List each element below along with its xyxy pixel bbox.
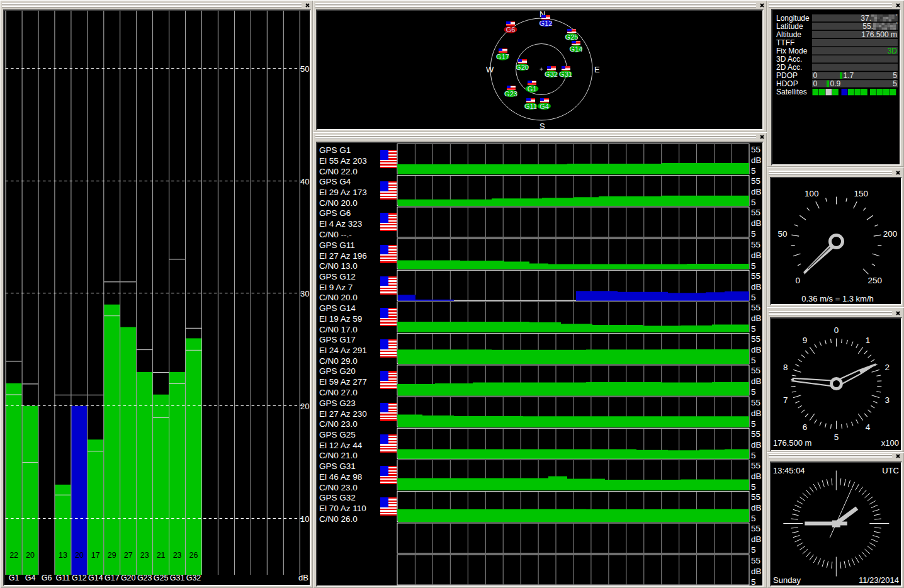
svg-text:150: 150	[854, 189, 869, 198]
svg-text:26: 26	[189, 551, 198, 560]
svg-text:El 19 Az 59: El 19 Az 59	[319, 314, 362, 324]
svg-text:100: 100	[805, 189, 819, 198]
svg-text:G20: G20	[121, 574, 136, 582]
svg-text:11/23/2014: 11/23/2014	[859, 575, 899, 585]
svg-text:G17: G17	[496, 53, 509, 60]
svg-text:40: 40	[300, 177, 309, 186]
svg-text:5: 5	[893, 79, 897, 88]
svg-text:PDOP: PDOP	[776, 71, 798, 80]
svg-text:G4: G4	[540, 103, 549, 110]
svg-text:22: 22	[9, 551, 18, 560]
svg-text:El 24 Az 291: El 24 Az 291	[319, 346, 367, 355]
svg-text:G11: G11	[56, 574, 71, 582]
svg-text:C/N0 20.0: C/N0 20.0	[319, 198, 358, 208]
svg-text:dB: dB	[751, 282, 762, 291]
svg-text:8: 8	[783, 363, 788, 372]
svg-text:dB: dB	[751, 218, 762, 228]
svg-text:S: S	[540, 122, 545, 129]
svg-text:20: 20	[26, 551, 35, 560]
svg-text:Longitude: Longitude	[776, 14, 810, 23]
svg-text:55: 55	[751, 145, 760, 154]
svg-text:dB: dB	[751, 567, 762, 576]
svg-text:C/N0 29.0: C/N0 29.0	[319, 356, 358, 366]
svg-text:C/N0 23.0: C/N0 23.0	[319, 483, 358, 492]
svg-text:dB: dB	[751, 251, 762, 260]
svg-text:C/N0 27.0: C/N0 27.0	[319, 388, 358, 397]
svg-text:55: 55	[751, 366, 760, 375]
svg-text:G11: G11	[524, 103, 537, 110]
svg-text:55: 55	[751, 398, 760, 407]
svg-text:C/N0 22.0: C/N0 22.0	[319, 167, 358, 176]
svg-text:6: 6	[803, 422, 808, 432]
svg-text:G31: G31	[559, 71, 572, 78]
svg-text:dB: dB	[751, 534, 762, 544]
svg-text:1: 1	[866, 336, 871, 345]
svg-text:55: 55	[751, 240, 760, 249]
svg-text:55.: 55.	[862, 22, 873, 31]
svg-text:El 9 Az 7: El 9 Az 7	[319, 283, 353, 292]
svg-text:dB: dB	[751, 503, 762, 512]
svg-text:0: 0	[813, 71, 818, 80]
svg-text:55: 55	[751, 556, 760, 565]
svg-text:5: 5	[751, 356, 756, 365]
svg-text:0: 0	[834, 325, 839, 335]
svg-text:Latitude: Latitude	[776, 22, 803, 31]
svg-text:2D Acc.: 2D Acc.	[776, 63, 802, 72]
svg-text:3D: 3D	[888, 47, 898, 55]
svg-text:El 46 Az 98: El 46 Az 98	[319, 472, 362, 482]
svg-text:GPS G17: GPS G17	[319, 335, 356, 344]
svg-text:5: 5	[751, 482, 756, 492]
svg-text:5: 5	[834, 433, 839, 442]
svg-text:G4: G4	[25, 574, 36, 582]
svg-text:HDOP: HDOP	[776, 79, 798, 88]
svg-text:Altitude: Altitude	[776, 30, 801, 39]
svg-text:GPS G31: GPS G31	[319, 461, 356, 471]
svg-text:C/N0 13.0: C/N0 13.0	[319, 261, 358, 271]
svg-text:Sunday: Sunday	[773, 575, 801, 585]
svg-text:C/N0 23.0: C/N0 23.0	[319, 419, 358, 429]
svg-text:5: 5	[751, 293, 756, 302]
svg-text:G12: G12	[72, 574, 87, 582]
svg-text:x100: x100	[881, 438, 899, 448]
svg-text:GPS G12: GPS G12	[319, 272, 356, 281]
svg-text:0: 0	[813, 79, 818, 88]
svg-text:50: 50	[778, 229, 788, 239]
svg-text:21: 21	[157, 551, 166, 560]
svg-text:55: 55	[751, 208, 760, 217]
svg-text:dB: dB	[751, 440, 762, 449]
svg-text:G14: G14	[88, 574, 103, 582]
svg-text:Fix Mode: Fix Mode	[776, 47, 808, 55]
svg-text:G25: G25	[154, 574, 169, 582]
svg-text:55: 55	[751, 334, 760, 344]
svg-text:1.7: 1.7	[844, 71, 854, 80]
svg-text:29: 29	[108, 551, 116, 560]
svg-text:G1: G1	[9, 574, 20, 582]
svg-text:55: 55	[751, 524, 760, 533]
svg-text:El 27 Az 196: El 27 Az 196	[319, 251, 367, 261]
svg-text:5: 5	[751, 198, 756, 207]
svg-text:E: E	[594, 65, 600, 74]
svg-text:G6: G6	[506, 26, 516, 33]
svg-text:23: 23	[140, 551, 149, 560]
svg-text:5: 5	[751, 514, 756, 523]
svg-text:dB: dB	[751, 345, 762, 354]
svg-text:0: 0	[796, 276, 801, 285]
svg-text:23: 23	[173, 551, 182, 560]
svg-text:dB: dB	[751, 409, 762, 418]
svg-text:El 55 Az 203: El 55 Az 203	[319, 156, 367, 166]
svg-text:176.500 m: 176.500 m	[861, 30, 897, 39]
svg-text:G17: G17	[105, 574, 120, 582]
svg-text:°: °	[896, 21, 898, 27]
svg-text:El 29 Az 173: El 29 Az 173	[319, 188, 367, 197]
svg-text:G6: G6	[42, 574, 52, 582]
svg-text:10: 10	[300, 514, 309, 524]
svg-text:0.36 m/s = 1.3 km/h: 0.36 m/s = 1.3 km/h	[801, 294, 874, 303]
svg-text:GPS G14: GPS G14	[319, 303, 356, 313]
svg-text:dB: dB	[751, 314, 762, 323]
svg-text:G12: G12	[540, 20, 553, 27]
svg-text:El 59 Az 277: El 59 Az 277	[319, 377, 367, 387]
svg-text:TTFF: TTFF	[776, 38, 794, 47]
svg-text:GPS G1: GPS G1	[319, 145, 351, 155]
svg-text:GPS G32: GPS G32	[319, 493, 356, 502]
svg-text:55: 55	[751, 492, 760, 502]
